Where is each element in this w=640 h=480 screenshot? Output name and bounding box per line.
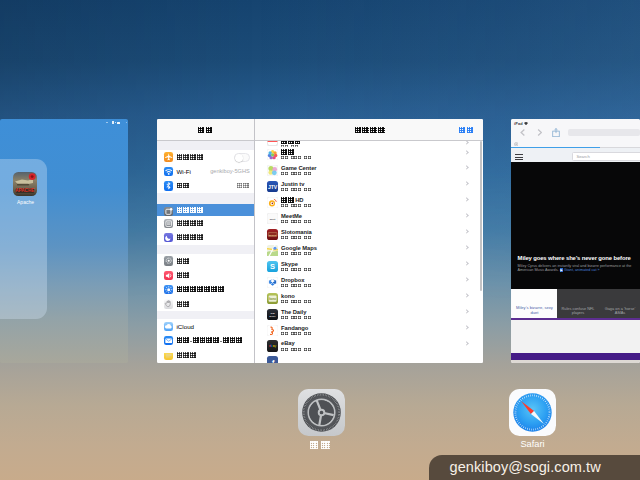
svg-text:SLOTO: SLOTO [268,233,276,235]
svg-text:JTV: JTV [267,184,277,190]
svg-text:S: S [270,262,275,271]
svg-text:THE: THE [270,312,275,314]
svg-text:APACHE: APACHE [15,188,34,193]
svg-text:DAILY: DAILY [269,315,276,317]
svg-text:ebay: ebay [268,345,276,349]
svg-text:f: f [271,360,274,363]
svg-text:kono: kono [269,297,276,301]
svg-text:meet: meet [269,218,275,221]
